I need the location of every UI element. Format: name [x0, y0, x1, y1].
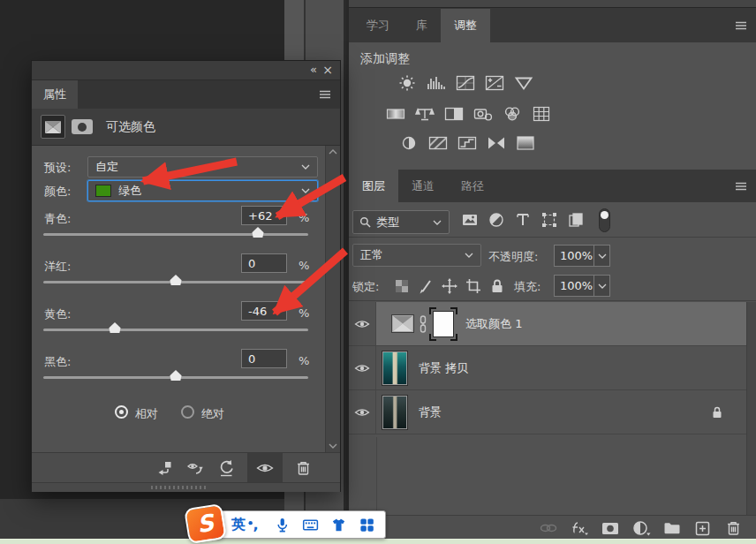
opacity-input[interactable]: 100% [554, 245, 594, 267]
fill-pixel-toggle[interactable] [599, 208, 610, 232]
layer-row-content[interactable]: 选取颜色 1 [376, 302, 746, 345]
slider-value-input[interactable]: +62 [241, 206, 287, 225]
mask-icon[interactable] [72, 119, 93, 134]
adjustments-tab-1[interactable]: 库 [403, 9, 441, 42]
lock-transparency-icon[interactable] [393, 277, 411, 295]
layer-thumbnail[interactable] [382, 396, 407, 429]
slider-thumb[interactable] [109, 322, 121, 333]
punctuation-icon[interactable]: , [246, 517, 262, 533]
slider-thumb[interactable] [170, 275, 182, 285]
preset-select[interactable]: 自定 [87, 156, 318, 178]
layer-row[interactable]: 背景 [349, 390, 756, 434]
smart-object-filter-icon[interactable] [567, 211, 585, 229]
close-panel-icon[interactable]: × [322, 63, 333, 77]
adjustments-panel-menu-icon[interactable] [735, 21, 747, 30]
type-filter-icon[interactable] [514, 211, 532, 229]
sogou-logo[interactable]: S [184, 503, 227, 544]
invert-icon[interactable] [398, 134, 420, 152]
layer-style-icon[interactable] [570, 519, 589, 537]
layer-row-content[interactable]: 背景 [376, 390, 746, 434]
new-adjustment-icon[interactable] [631, 519, 651, 537]
visibility-eye-icon[interactable] [349, 346, 376, 389]
photo-filter-icon[interactable] [472, 105, 494, 123]
layer-filter-kind-select[interactable]: 类型 [352, 210, 450, 234]
layer-thumbnail[interactable] [382, 351, 407, 385]
lock-paint-icon[interactable] [417, 277, 435, 295]
properties-scrollbar[interactable] [325, 146, 340, 452]
color-select[interactable]: 绿色 [87, 180, 318, 201]
posterize-icon[interactable] [427, 134, 449, 152]
new-group-icon[interactable] [662, 519, 682, 537]
slider-track[interactable] [43, 233, 308, 236]
layer-mask-thumbnail[interactable] [433, 311, 454, 337]
exposure-icon[interactable] [484, 74, 505, 92]
color-balance-icon[interactable] [414, 105, 435, 123]
slider-track[interactable] [43, 376, 308, 379]
opacity-dropdown-button[interactable] [594, 245, 610, 267]
visibility-eye-icon[interactable] [349, 302, 376, 345]
layer-row-content[interactable]: 背景 拷贝 [376, 346, 746, 389]
scroll-up-icon[interactable] [329, 149, 337, 155]
black-white-icon[interactable] [443, 105, 465, 123]
soft-keyboard-icon[interactable] [302, 517, 319, 533]
blend-mode-select[interactable]: 正常 [352, 244, 481, 267]
toolbox-icon[interactable] [359, 517, 375, 533]
shape-filter-icon[interactable] [541, 211, 558, 229]
color-lookup-icon[interactable] [531, 105, 552, 123]
brightness-contrast-icon[interactable] [397, 74, 418, 92]
collapse-panel-icon[interactable]: « [310, 63, 317, 76]
absolute-radio[interactable] [181, 405, 194, 419]
layers-panel-menu-icon[interactable] [735, 182, 747, 191]
skin-icon[interactable] [330, 517, 347, 533]
reset-adjustment-icon[interactable] [216, 459, 236, 477]
image-filter-icon[interactable] [461, 211, 479, 229]
lock-move-icon[interactable] [441, 277, 458, 295]
fill-dropdown-button[interactable] [594, 275, 610, 297]
threshold-icon[interactable] [457, 134, 478, 152]
adjustment-layer-thumbnail[interactable] [391, 314, 414, 333]
delete-adjustment-icon[interactable] [294, 459, 314, 477]
link-layers-icon[interactable] [539, 519, 558, 537]
add-mask-icon[interactable] [601, 519, 620, 537]
vibrance-icon[interactable] [513, 74, 534, 92]
tab-properties[interactable]: 属性 [32, 80, 78, 109]
microphone-icon[interactable] [274, 517, 291, 533]
layer-row[interactable]: 背景 拷贝 [349, 346, 756, 390]
layers-tab-1[interactable]: 通道 [398, 170, 448, 202]
view-previous-state-icon[interactable] [185, 459, 205, 477]
selective-color-icon[interactable] [515, 134, 536, 152]
relative-radio[interactable] [115, 405, 128, 419]
levels-icon[interactable] [426, 74, 447, 92]
properties-titlebar[interactable]: « × [32, 61, 340, 80]
lock-artboard-icon[interactable] [465, 277, 482, 295]
clip-to-layer-icon[interactable] [155, 459, 174, 477]
fill-input[interactable]: 100% [554, 275, 594, 297]
curves-icon[interactable] [455, 74, 476, 92]
hue-saturation-icon[interactable] [385, 105, 406, 123]
adjustments-tab-0[interactable]: 学习 [353, 9, 403, 42]
adjustments-tab-2[interactable]: 调整 [441, 9, 490, 42]
layers-tab-2[interactable]: 路径 [448, 170, 497, 202]
slider-value-input[interactable]: -46 [241, 301, 287, 321]
slider-thumb[interactable] [252, 227, 264, 238]
lock-all-icon[interactable] [488, 277, 506, 295]
scroll-down-icon[interactable] [329, 443, 337, 449]
visibility-eye-icon[interactable] [349, 390, 376, 434]
slider-track[interactable] [43, 281, 308, 283]
gradient-map-icon[interactable] [486, 134, 507, 152]
layer-row[interactable]: 选取颜色 1 [349, 302, 756, 346]
slider-track[interactable] [43, 329, 308, 331]
adjustment-filter-icon[interactable] [488, 211, 505, 229]
ime-language-mode-button[interactable]: 英 [231, 516, 246, 534]
slider-value-input[interactable]: 0 [241, 349, 287, 368]
slider-thumb[interactable] [170, 370, 182, 381]
layers-scroll-gutter[interactable] [746, 302, 756, 515]
properties-panel-menu-icon[interactable] [319, 90, 331, 99]
toggle-visibility-icon[interactable] [247, 453, 283, 482]
new-layer-icon[interactable] [693, 519, 713, 537]
panel-resize-strip[interactable] [32, 482, 340, 492]
delete-layer-icon[interactable] [724, 519, 744, 537]
layers-tab-0[interactable]: 图层 [349, 170, 398, 202]
slider-value-input[interactable]: 0 [241, 253, 287, 273]
channel-mixer-icon[interactable] [502, 105, 523, 123]
